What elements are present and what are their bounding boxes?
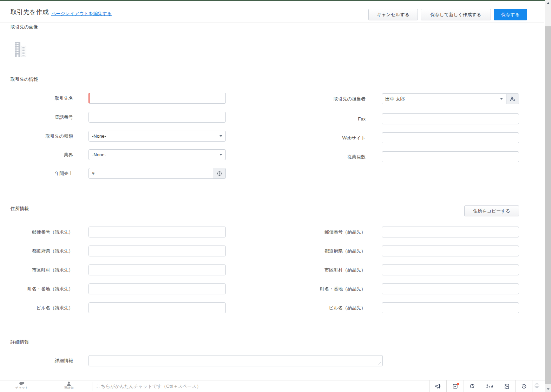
address-section-title: 住所情報 [11, 205, 29, 212]
website-label: Webサイト [281, 132, 366, 143]
alarm-button[interactable] [498, 380, 515, 392]
shipping-city-label: 市区町村（納品先） [281, 264, 366, 275]
shipping-state-field[interactable] [382, 246, 519, 256]
shipping-zip-field[interactable] [382, 227, 519, 237]
save-and-new-button[interactable]: 保存して新しく作成する [421, 9, 491, 20]
save-button[interactable]: 保存する [494, 9, 527, 20]
chat-tab-label: チャット [8, 386, 36, 390]
tag-icon [470, 383, 475, 389]
chat-tab[interactable]: チャット [8, 381, 36, 390]
chevron-down-icon [500, 98, 503, 100]
scrollbar-thumb[interactable] [545, 26, 551, 384]
annual-revenue-field[interactable]: ¥ [88, 168, 226, 179]
account-owner-lookup[interactable]: 田中 太郎 [382, 93, 519, 104]
history-button[interactable] [515, 380, 532, 392]
quick-chat-input[interactable]: こちらがかんたんチャットです（Ctrl＋スペース） [96, 380, 426, 392]
shipping-zip-label: 郵便番号（納品先） [281, 227, 366, 237]
announcement-icon [435, 384, 441, 389]
zia-icon [486, 384, 493, 389]
billing-city-field[interactable] [88, 264, 226, 275]
zia-button[interactable] [481, 380, 498, 392]
shipping-street-label: 町名・番地（納品先） [281, 283, 366, 294]
user-search-icon [510, 96, 516, 102]
info-icon [217, 171, 222, 176]
billing-building-field[interactable] [88, 302, 226, 313]
description-field[interactable] [88, 355, 383, 366]
bottom-bar: チャット 連絡先 こちらがかんたんチャットです（Ctrl＋スペース） [0, 380, 551, 392]
shipping-city-field[interactable] [382, 264, 519, 275]
detail-section-title: 詳細情報 [11, 339, 29, 345]
shipping-building-field[interactable] [382, 302, 519, 313]
create-account-page: 取引先を作成 ページレイアウトを編集する キャンセルする 保存して新しく作成する… [0, 0, 551, 392]
billing-street-field[interactable] [88, 283, 226, 294]
edit-page-layout-link[interactable]: ページレイアウトを編集する [51, 11, 112, 17]
print-button[interactable] [534, 383, 540, 389]
account-info-section-title: 取引先の情報 [11, 76, 38, 83]
cancel-button[interactable]: キャンセルする [368, 9, 418, 20]
account-image-upload[interactable] [12, 41, 29, 58]
annual-revenue-input[interactable] [97, 171, 210, 176]
print-icon [534, 383, 540, 389]
page-title: 取引先を作成 [11, 8, 48, 16]
utility-toolbar [429, 380, 532, 392]
employees-label: 従業員数 [281, 151, 366, 162]
billing-state-field[interactable] [88, 246, 226, 256]
bottom-bar-divider [92, 382, 92, 391]
scroll-down-button[interactable] [545, 386, 551, 392]
copy-address-button[interactable]: 住所をコピーする [464, 205, 519, 216]
history-icon [521, 383, 527, 390]
contacts-tab[interactable]: 連絡先 [55, 381, 83, 390]
currency-symbol: ¥ [92, 171, 94, 176]
billing-zip-field[interactable] [88, 227, 226, 237]
description-label: 詳細情報 [11, 355, 73, 366]
shipping-state-label: 都道府県（納品先） [281, 246, 366, 256]
billing-state-label: 都道府県（請求先） [11, 246, 73, 256]
website-field[interactable] [382, 132, 519, 143]
employees-field[interactable] [382, 151, 519, 162]
billing-building-label: ビル名（請求先） [11, 302, 73, 313]
notification-dot [457, 383, 459, 385]
alarm-icon [504, 383, 510, 390]
fax-field[interactable] [382, 113, 519, 124]
billing-street-label: 町名・番地（請求先） [11, 283, 73, 294]
account-image-section-title: 取引先の画像 [11, 24, 38, 30]
annual-revenue-label: 年間売上 [11, 168, 73, 179]
billing-zip-label: 郵便番号（請求先） [11, 227, 73, 237]
arrow-up-icon [547, 2, 550, 4]
announcements-button[interactable] [429, 380, 446, 392]
scroll-up-button[interactable] [545, 0, 551, 6]
account-owner-value: 田中 太郎 [385, 96, 498, 102]
fax-label: Fax [281, 113, 366, 124]
annual-revenue-info-button[interactable] [213, 168, 225, 178]
account-owner-search-button[interactable] [506, 94, 519, 104]
tag-button[interactable] [464, 380, 481, 392]
arrow-down-icon [547, 388, 550, 390]
page-header: 取引先を作成 ページレイアウトを編集する キャンセルする 保存して新しく作成する… [0, 1, 544, 22]
shipping-building-label: ビル名（納品先） [281, 302, 366, 313]
feeds-button[interactable] [446, 380, 464, 392]
contacts-tab-label: 連絡先 [55, 386, 83, 390]
buildings-icon [12, 41, 29, 58]
vertical-scrollbar[interactable] [545, 0, 551, 392]
account-owner-label: 取引先の担当者 [281, 93, 366, 104]
billing-city-label: 市区町村（請求先） [11, 264, 73, 275]
shipping-street-field[interactable] [382, 283, 519, 294]
